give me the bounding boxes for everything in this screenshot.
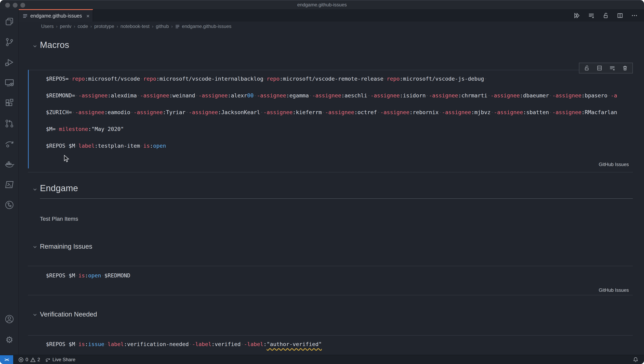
cell-language-label[interactable]: GitHub Issues: [599, 287, 629, 293]
section-heading-macros: Macros: [40, 40, 69, 50]
docker-icon[interactable]: [4, 159, 14, 169]
warning-count: 2: [37, 357, 40, 362]
breadcrumb-item[interactable]: code: [78, 24, 88, 29]
code-token: ·: [241, 341, 244, 347]
split-editor-icon[interactable]: [617, 12, 623, 18]
collapse-chevron-icon[interactable]: [33, 44, 37, 48]
close-window-button[interactable]: [5, 2, 10, 8]
live-share-status[interactable]: Live Share: [45, 357, 76, 362]
macros-code-cell[interactable]: $REPOS=·repo:microsoft/vscode·repo:micro…: [46, 70, 633, 154]
breadcrumb-item[interactable]: github: [156, 24, 169, 29]
code-token: :alexdima: [108, 92, 137, 98]
powershell-icon[interactable]: [4, 180, 14, 190]
code-token: :: [150, 142, 153, 149]
code-token: ·: [195, 92, 198, 98]
code-token: -assignee: [442, 109, 471, 115]
extensions-icon[interactable]: [4, 98, 14, 108]
code-token: :isidorn: [400, 92, 426, 98]
live-share-icon[interactable]: [4, 139, 14, 149]
code-token: $M: [69, 142, 75, 149]
code-line[interactable]: $ZURICH=·-assignee:eamodio·-assignee:Tyr…: [46, 104, 633, 120]
test-plan-items-text: Test Plan Items: [40, 216, 78, 222]
code-token: ·: [490, 109, 494, 115]
code-token: ·: [549, 92, 552, 98]
code-token: :RMacfarlan: [582, 109, 617, 115]
code-line[interactable]: $REDMOND=·-assignee:alexdima·-assignee:w…: [46, 87, 633, 104]
github-circle-icon[interactable]: [4, 200, 14, 210]
collapse-chevron-icon[interactable]: [33, 245, 37, 249]
code-line[interactable]: $REPOS·$M·label:testplan-item·is:open: [46, 137, 633, 154]
clear-output-icon[interactable]: [609, 65, 615, 71]
remote-indicator[interactable]: ><: [0, 355, 13, 364]
clear-all-outputs-icon[interactable]: [588, 12, 594, 18]
breadcrumb-item[interactable]: Users: [41, 24, 54, 29]
remote-explorer-icon[interactable]: [4, 78, 14, 88]
code-token: ·: [137, 92, 140, 98]
code-token: -label: [192, 341, 212, 347]
code-token: ·: [140, 76, 143, 82]
collapse-chevron-icon[interactable]: [33, 187, 37, 192]
code-token: $REDMOND: [104, 272, 130, 278]
code-token: :microsoft/vscode-remote-release: [280, 76, 384, 82]
run-debug-icon[interactable]: [4, 58, 14, 68]
code-line[interactable]: $REPOS·$M·is:issue·label:verification-ne…: [46, 336, 633, 352]
code-token: :sbatten: [523, 109, 549, 115]
code-token: 2020": [108, 126, 124, 132]
code-token: label: [78, 142, 94, 149]
explorer-icon[interactable]: [4, 17, 14, 27]
settings-gear-icon[interactable]: ⚙: [4, 335, 14, 345]
section-heading-endgame: Endgame: [40, 183, 78, 194]
code-token: milestone: [59, 126, 88, 132]
code-token: repo: [387, 76, 400, 82]
code-token: $REDMOND=: [46, 92, 75, 98]
live-share-icon: [45, 357, 50, 362]
window-title: endgame.github-issues: [0, 2, 644, 8]
code-token: is: [78, 341, 85, 347]
code-token: $REPOS: [46, 142, 66, 149]
code-token: ·: [367, 92, 370, 98]
code-token: $REPOS: [46, 341, 66, 347]
unlock-icon[interactable]: [584, 65, 590, 71]
code-token: ·: [104, 341, 108, 347]
tab-close-icon[interactable]: ×: [86, 12, 90, 19]
code-token: -label: [244, 341, 264, 347]
run-all-icon[interactable]: [574, 12, 580, 18]
problems-status[interactable]: 0 2: [18, 357, 40, 362]
tab-endgame-github-issues[interactable]: endgame.github-issues ×: [19, 9, 93, 22]
minimize-window-button[interactable]: [13, 2, 18, 8]
code-token: repo: [267, 76, 280, 82]
verification-code-cell[interactable]: $REPOS·$M·is:issue·label:verification-ne…: [46, 336, 633, 352]
code-token: $M: [69, 341, 75, 347]
code-token: :: [85, 341, 88, 347]
title-bar: endgame.github-issues: [0, 0, 644, 9]
notifications-bell-icon[interactable]: [633, 357, 638, 362]
code-token: :: [263, 341, 266, 347]
code-token: -assignee: [140, 92, 169, 98]
breadcrumb-file[interactable]: endgame.github-issues: [182, 24, 231, 29]
code-token: ·: [608, 92, 611, 98]
remaining-code-cell[interactable]: $REPOS·$M·is:open·$REDMOND: [46, 267, 633, 284]
delete-cell-icon[interactable]: [622, 65, 628, 71]
breadcrumb-item[interactable]: notebook-test: [120, 24, 150, 29]
code-token: :egamma: [286, 92, 309, 98]
split-cell-icon[interactable]: [596, 65, 602, 71]
section-heading-remaining-issues: Remaining Issues: [40, 243, 92, 250]
code-token: ·: [260, 109, 263, 115]
breadcrumb-item[interactable]: penlv: [60, 24, 71, 29]
collapse-chevron-icon[interactable]: [33, 312, 37, 317]
code-line[interactable]: $REPOS=·repo:microsoft/vscode·repo:micro…: [46, 70, 633, 87]
breadcrumb-item[interactable]: prototype: [94, 24, 114, 29]
github-pull-requests-icon[interactable]: [4, 118, 14, 128]
traffic-lights: [5, 2, 25, 8]
cell-language-label[interactable]: GitHub Issues: [599, 162, 629, 167]
code-line[interactable]: $M=·milestone:"May·2020": [46, 120, 633, 137]
section-heading-verification-needed: Verification Needed: [40, 310, 97, 318]
accounts-icon[interactable]: [4, 314, 14, 324]
source-control-icon[interactable]: [4, 37, 14, 47]
unlock-icon[interactable]: [602, 12, 609, 18]
code-line[interactable]: $REPOS·$M·is:open·$REDMOND: [46, 267, 633, 284]
more-actions-icon[interactable]: [631, 12, 638, 18]
zoom-window-button[interactable]: [20, 2, 25, 8]
code-token: -assignee: [325, 109, 354, 115]
code-token: -assignee: [263, 109, 292, 115]
